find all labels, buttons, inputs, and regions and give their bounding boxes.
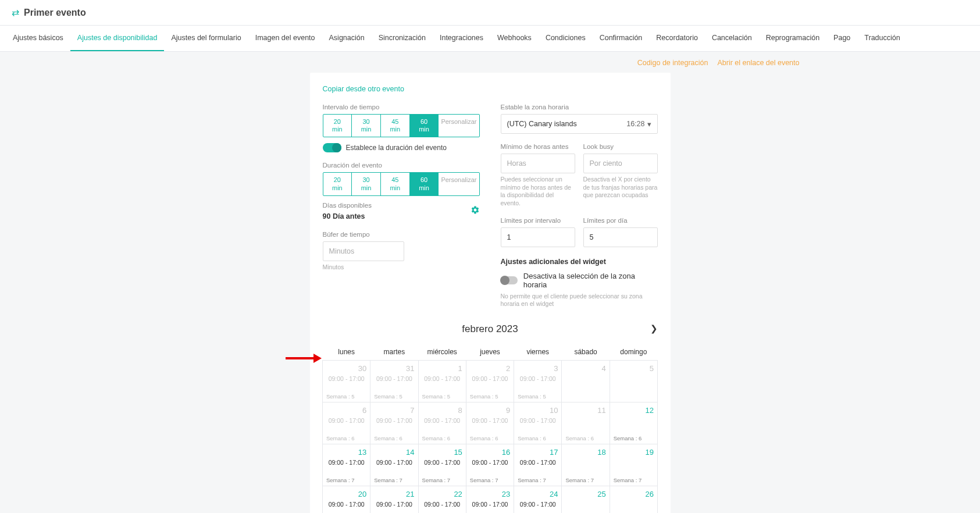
calendar-cell[interactable]: 26 — [610, 486, 658, 513]
seg-duration-option-1[interactable]: 30 min — [352, 173, 381, 195]
seg-duration-option-0[interactable]: 20 min — [323, 173, 352, 195]
calendar-cell[interactable]: 809:00 - 17:00Semana : 6 — [418, 402, 466, 444]
calendar-cell[interactable]: 5 — [610, 360, 658, 402]
calendar-cell[interactable]: 209:00 - 17:00Semana : 5 — [466, 360, 514, 402]
calendar-cell[interactable]: 2009:00 - 17:00 — [322, 486, 370, 513]
tabs-bar: Ajustes básicosAjustes de disponibilidad… — [0, 26, 980, 52]
tab-asignaci-n[interactable]: Asignación — [322, 26, 372, 51]
duration-label: Duración del evento — [323, 162, 480, 169]
seg-duration-option-3[interactable]: 60 min — [410, 173, 439, 195]
min-hours-help: Puedes seleccionar un mínimo de horas an… — [501, 176, 575, 208]
seg-duration-option-4[interactable]: Personalizar — [439, 173, 479, 195]
tab-ajustes-del-formulario[interactable]: Ajustes del formulario — [164, 26, 248, 51]
tab-traducci-n[interactable]: Traducción — [857, 26, 907, 51]
calendar-cell[interactable]: 4 — [561, 360, 610, 402]
page-title: Primer evento — [24, 8, 86, 18]
available-days-label: Días disponibles — [323, 202, 372, 209]
tab-imagen-del-evento[interactable]: Imagen del evento — [248, 26, 322, 51]
tz-value: (UTC) Canary islands — [507, 120, 577, 128]
duration-segment[interactable]: 20 min30 min45 min60 minPersonalizar — [323, 172, 480, 195]
limit-interval-label: Límites por intervalo — [501, 217, 575, 224]
swap-icon: ⇄ — [12, 7, 19, 18]
buffer-input[interactable] — [323, 241, 404, 261]
sets-duration-row: Establece la duración del evento — [323, 143, 480, 152]
seg-duration-option-2[interactable]: 45 min — [381, 173, 410, 195]
calendar-cell[interactable]: 2409:00 - 17:00 — [514, 486, 562, 513]
calendar-cell[interactable]: 2309:00 - 17:00 — [466, 486, 514, 513]
tz-time: 16:28 — [626, 120, 644, 128]
calendar-dayname: martes — [370, 343, 418, 361]
chevron-down-icon: ▾ — [647, 120, 651, 129]
tab-integraciones[interactable]: Integraciones — [433, 26, 490, 51]
calendar-dayname: lunes — [323, 343, 370, 361]
min-hours-label: Mínimo de horas antes — [501, 143, 575, 150]
min-hours-input[interactable] — [501, 154, 575, 173]
tab-ajustes-de-disponibilidad[interactable]: Ajustes de disponibilidad — [70, 26, 165, 51]
look-busy-label: Look busy — [583, 143, 658, 150]
sets-duration-toggle[interactable] — [323, 143, 341, 152]
interval-segment[interactable]: 20 min30 min45 min60 minPersonalizar — [323, 114, 480, 137]
calendar-cell[interactable]: 12Semana : 6 — [610, 402, 658, 444]
tab-ajustes-b-sicos[interactable]: Ajustes básicos — [6, 26, 70, 51]
copy-from-event-link[interactable]: Copiar desde otro evento — [323, 85, 404, 93]
calendar-dayname: domingo — [610, 343, 657, 361]
disable-tz-toggle[interactable] — [501, 276, 518, 284]
calendar-cell[interactable]: 2209:00 - 17:00 — [418, 486, 466, 513]
calendar-cell[interactable]: 309:00 - 17:00Semana : 5 — [514, 360, 562, 402]
open-event-link[interactable]: Abrir el enlace del evento — [717, 59, 799, 67]
seg-interval-option-2[interactable]: 45 min — [381, 115, 410, 137]
calendar-cell[interactable]: 909:00 - 17:00Semana : 6 — [466, 402, 514, 444]
calendar-cell[interactable]: 2109:00 - 17:00 — [370, 486, 418, 513]
look-busy-input[interactable] — [583, 154, 658, 173]
seg-interval-option-3[interactable]: 60 min — [410, 115, 439, 137]
header-links: Codigo de integración Abrir el enlace de… — [176, 52, 804, 67]
calendar-cell[interactable]: 11Semana : 6 — [561, 402, 610, 444]
tab-webhooks[interactable]: Webhooks — [490, 26, 539, 51]
calendar: febrero 2023 ❯ lunesmartesmiércolesjueve… — [323, 323, 658, 513]
calendar-cell[interactable]: 18Semana : 7 — [561, 444, 610, 486]
page-header: ⇄ Primer evento — [0, 0, 980, 26]
available-days-value: 90 Día antes — [323, 212, 372, 220]
disable-tz-label: Desactiva la selección de la zona horari… — [523, 272, 658, 289]
tab-reprogramaci-n[interactable]: Reprogramación — [759, 26, 826, 51]
calendar-cell[interactable]: 109:00 - 17:00Semana : 5 — [418, 360, 466, 402]
widget-section-title: Ajustes adicionales del widget — [501, 258, 658, 266]
calendar-cell[interactable]: 709:00 - 17:00Semana : 6 — [370, 402, 418, 444]
calendar-cell[interactable]: 1309:00 - 17:00Semana : 7 — [322, 444, 370, 486]
sets-duration-label: Establece la duración del evento — [346, 144, 447, 152]
left-column: Intervalo de tiempo 20 min30 min45 min60… — [323, 104, 480, 308]
buffer-label: Búfer de tiempo — [323, 231, 480, 238]
calendar-cell[interactable]: 1409:00 - 17:00Semana : 7 — [370, 444, 418, 486]
calendar-cell[interactable]: 3109:00 - 17:00Semana : 5 — [370, 360, 418, 402]
tab-recordatorio[interactable]: Recordatorio — [649, 26, 705, 51]
calendar-cell[interactable]: 1709:00 - 17:00Semana : 7 — [514, 444, 562, 486]
calendar-cell[interactable]: 609:00 - 17:00Semana : 6 — [322, 402, 370, 444]
right-column: Estable la zona horaria (UTC) Canary isl… — [501, 104, 658, 308]
calendar-dayname: miércoles — [418, 343, 466, 361]
calendar-dayname: viernes — [514, 343, 562, 361]
gear-icon[interactable] — [471, 205, 480, 217]
calendar-cell[interactable]: 19Semana : 7 — [610, 444, 658, 486]
tab-cancelaci-n[interactable]: Cancelación — [705, 26, 759, 51]
calendar-cell[interactable]: 3009:00 - 17:00Semana : 5 — [322, 360, 370, 402]
calendar-cell[interactable]: 25 — [561, 486, 610, 513]
calendar-month: febrero 2023 — [462, 323, 518, 334]
seg-interval-option-1[interactable]: 30 min — [352, 115, 381, 137]
limit-interval-input[interactable] — [501, 227, 575, 247]
tz-select[interactable]: (UTC) Canary islands 16:28 ▾ — [501, 114, 658, 134]
tab-condiciones[interactable]: Condiciones — [539, 26, 593, 51]
integration-code-link[interactable]: Codigo de integración — [637, 59, 708, 67]
tab-sincronizaci-n[interactable]: Sincronización — [372, 26, 433, 51]
calendar-cell[interactable]: 1509:00 - 17:00Semana : 7 — [418, 444, 466, 486]
calendar-dayname: sábado — [562, 343, 610, 361]
calendar-cell[interactable]: 1609:00 - 17:00Semana : 7 — [466, 444, 514, 486]
calendar-cell[interactable]: 1009:00 - 17:00Semana : 6 — [514, 402, 562, 444]
tab-pago[interactable]: Pago — [826, 26, 857, 51]
seg-interval-option-0[interactable]: 20 min — [323, 115, 352, 137]
calendar-next-button[interactable]: ❯ — [650, 323, 658, 334]
limit-day-input[interactable] — [583, 227, 658, 247]
tab-confirmaci-n[interactable]: Confirmación — [593, 26, 650, 51]
seg-interval-option-4[interactable]: Personalizar — [439, 115, 479, 137]
annotation-arrow — [284, 352, 322, 364]
svg-marker-1 — [313, 354, 322, 363]
